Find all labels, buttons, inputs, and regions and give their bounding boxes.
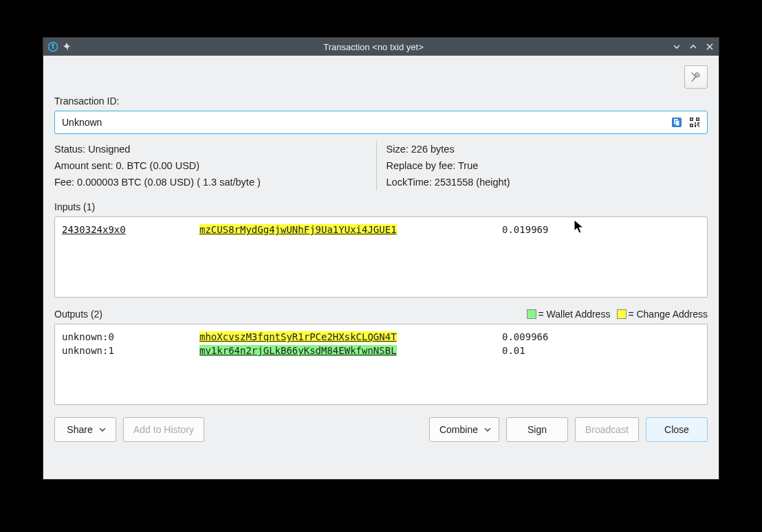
close-button[interactable]: Close [646,417,708,442]
io-amount: 0.009966 [502,330,548,344]
io-address[interactable]: mv1kr64n2rjGLkB66yKsdM84EWkfwnNSBL [199,345,397,356]
maximize-button[interactable] [688,42,698,52]
txid-field-container [54,111,708,134]
io-row[interactable]: unknown:0mhoXcvszM3fqntSyR1rPCe2HXskCLQG… [62,330,700,344]
io-address[interactable]: mzCUS8rMydGg4jwUNhFj9Ua1YUxi4JGUE1 [199,224,397,235]
legend-change-label: = Change Address [628,309,708,320]
io-ref[interactable]: 2430324x9x0 [62,224,126,235]
io-row[interactable]: 2430324x9x0mzCUS8rMydGg4jwUNhFj9Ua1YUxi4… [62,223,700,236]
txid-label: Transaction ID: [54,96,708,107]
io-address[interactable]: mhoXcvszM3fqntSyR1rPCe2HXskCLQGN4T [199,331,397,342]
svg-rect-5 [691,119,693,120]
close-window-button[interactable] [705,42,715,52]
svg-rect-3 [675,120,679,126]
io-amount: 0.01 [502,344,525,357]
tx-info: Status: Unsigned Amount sent: 0. BTC (0.… [54,141,708,190]
legend-wallet-swatch [527,309,536,319]
svg-rect-10 [695,122,696,124]
outputs-panel[interactable]: unknown:0mhoXcvszM3fqntSyR1rPCe2HXskCLQG… [54,324,708,405]
minimize-button[interactable] [672,42,682,52]
qr-icon [688,116,701,129]
sign-button-label: Sign [527,424,547,435]
svg-rect-13 [697,124,699,126]
combine-button[interactable]: Combine [429,417,499,442]
svg-rect-11 [697,122,699,124]
txid-field[interactable] [61,116,666,129]
svg-rect-14 [699,126,700,128]
inputs-header: Inputs (1) [54,201,95,212]
copy-txid-button[interactable] [670,115,684,129]
close-button-label: Close [664,424,689,435]
copy-icon [671,116,683,129]
locktime-line: LockTime: 2531558 (height) [387,177,708,188]
io-ref[interactable]: unknown:1 [62,345,114,356]
svg-rect-12 [695,124,696,127]
size-line: Size: 226 bytes [387,144,708,155]
fee-line: Fee: 0.000003 BTC (0.08 USD) ( 1.3 sat/b… [54,177,376,188]
rbf-line: Replace by fee: True [387,160,708,171]
io-row[interactable]: unknown:1mv1kr64n2rjGLkB66yKsdM84EWkfwnN… [62,344,700,357]
broadcast-button-label: Broadcast [585,424,629,435]
svg-rect-9 [691,125,693,126]
add-history-button: Add to History [123,417,204,442]
app-icon [47,41,58,52]
chevron-down-icon [98,425,107,434]
settings-button[interactable] [684,65,708,89]
share-button[interactable]: Share [54,417,116,442]
status-line: Status: Unsigned [54,144,376,155]
add-history-label: Add to History [133,424,194,435]
pin-icon[interactable] [61,41,72,52]
sign-button[interactable]: Sign [506,417,568,442]
titlebar: Transaction <no txid yet> [43,38,719,56]
svg-rect-7 [697,119,699,120]
combine-button-label: Combine [439,424,478,435]
io-amount: 0.019969 [502,223,548,236]
chevron-down-icon [483,425,492,434]
wrench-icon [690,71,702,83]
inputs-panel[interactable]: 2430324x9x0mzCUS8rMydGg4jwUNhFj9Ua1YUxi4… [54,217,708,298]
broadcast-button: Broadcast [575,417,639,442]
window-title: Transaction <no txid yet> [75,42,672,52]
share-button-label: Share [67,424,92,435]
transaction-window: Transaction <no txid yet> Transaction ID… [43,37,719,480]
amount-line: Amount sent: 0. BTC (0.00 USD) [54,160,376,171]
legend-wallet-label: = Wallet Address [538,309,610,320]
outputs-header: Outputs (2) [54,309,102,320]
io-ref[interactable]: unknown:0 [62,331,114,342]
qr-txid-button[interactable] [688,115,701,129]
legend-change-swatch [617,309,627,319]
